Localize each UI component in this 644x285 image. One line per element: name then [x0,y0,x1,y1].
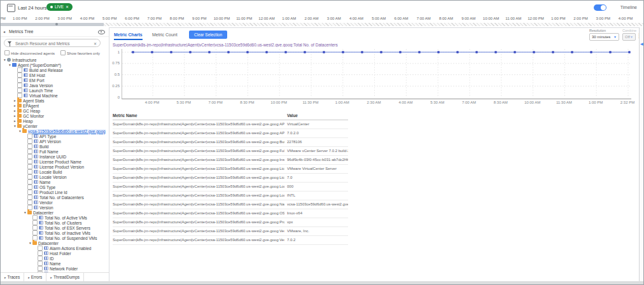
timeline-toggle[interactable] [594,4,606,11]
tree-checkbox[interactable] [38,251,43,256]
tree-item[interactable]: Total No. of Inactive VMs [1,230,109,235]
tree-item[interactable]: ▾Datacenter [1,240,109,246]
tree-expand-icon[interactable]: ▾ [23,210,27,215]
tree-item[interactable]: Build and Release [1,67,109,73]
tree-checkbox[interactable] [38,256,43,261]
collapse-sidebar-icon[interactable]: ◂ [3,29,5,34]
tree-checkbox[interactable] [17,88,22,93]
search-input[interactable] [14,40,92,47]
tree-expand-icon[interactable]: ▸ [13,113,17,118]
tree-item[interactable]: Total No. of Datacenters [1,195,109,200]
tree-expand-icon[interactable]: ▸ [13,118,17,123]
time-ruler-loaded-range[interactable] [1,23,104,26]
tree-item[interactable]: Locale Version [1,174,109,179]
expand-panel-icon[interactable]: ◀ [640,41,643,46]
tab-metric-count[interactable]: Metric Count [152,32,178,39]
tree-checkbox[interactable] [27,134,32,139]
tree-expand-icon[interactable]: ▸ [13,103,17,108]
tab-traces[interactable]: ▸Traces [1,273,24,281]
checkbox-icon[interactable] [60,50,66,55]
tree-item[interactable]: ▾vCenter [1,123,109,129]
time-ruler-handle[interactable] [55,23,58,25]
clear-selection-button[interactable]: Clear Selection [189,31,227,39]
tree-item[interactable]: Host Folder [1,251,109,256]
tree-item[interactable]: Total No. of Clusters [1,220,109,225]
tree-checkbox[interactable] [27,200,32,205]
tree-checkbox[interactable] [38,246,43,251]
tree-item[interactable]: License Product Version [1,164,109,169]
tree-checkbox[interactable] [27,159,32,164]
bottom-scroll-strip[interactable] [1,281,643,284]
tree-item[interactable]: API Version [1,139,109,144]
tree-checkbox[interactable] [17,78,22,83]
tree-item[interactable]: Network Folder [1,266,109,271]
checkbox-icon[interactable] [4,50,10,55]
tree-item[interactable]: EM Host [1,73,109,78]
chart-plot[interactable] [122,49,631,99]
combine-dropdown[interactable]: Off ▼ [622,33,636,41]
clear-search-icon[interactable]: ✕ [94,41,97,46]
tree-item[interactable]: Product Line Id [1,190,109,195]
tree-item[interactable]: ID [1,256,109,261]
resolution-dropdown[interactable]: 30 minutes ▼ [589,33,619,41]
tree-checkbox[interactable] [38,266,43,271]
tree-item[interactable]: ▾vcsa-11503ce59d6d60.us-west2.gve.goog [1,129,109,134]
eye-icon[interactable] [98,30,105,34]
tree-checkbox[interactable] [17,67,22,73]
tree-item[interactable]: OS Type [1,184,109,190]
tree-item[interactable]: Version [1,205,109,210]
tree-item[interactable]: Alarm Actions Enabled [1,246,109,251]
tree-expand-icon[interactable]: ▾ [8,62,12,67]
tree-item[interactable]: Vendor [1,200,109,205]
tree-item[interactable]: License Product Name [1,159,109,164]
tree-item[interactable]: Total No. of Suspended VMs [1,235,109,240]
tree-checkbox[interactable] [32,220,38,225]
live-badge[interactable]: LIVE ✕ [46,3,73,11]
tree-item[interactable]: API Type [1,134,109,139]
tree-item[interactable]: Java Version [1,83,109,88]
tree-checkbox[interactable] [27,144,32,149]
tree-search-box[interactable]: ✕ [4,39,101,47]
tree-checkbox[interactable] [17,83,22,88]
tree-item[interactable]: Total No. of Active VMs [1,215,109,220]
tree-checkbox[interactable] [27,169,32,174]
tree-checkbox[interactable] [38,261,43,266]
tree-item[interactable]: Name [1,179,109,184]
tree-checkbox[interactable] [27,184,32,190]
tree-expand-icon[interactable]: ▾ [3,57,7,62]
tree-checkbox[interactable] [27,190,32,195]
tree-item[interactable]: Build [1,144,109,149]
tree-checkbox[interactable] [27,139,32,144]
tree-checkbox[interactable] [17,73,22,78]
tree-item[interactable]: Full Name [1,149,109,154]
tree-item[interactable]: Locale Build [1,169,109,174]
collapsed-right-panel[interactable]: ◀ [639,27,644,281]
tree-expand-icon[interactable]: ▾ [28,240,32,246]
tab-metric-charts[interactable]: Metric Charts [114,32,143,40]
tree-item[interactable]: ▾Datacenter [1,210,109,215]
filter-hide-disconnected[interactable]: Hide disconnected agents [4,50,55,55]
tree-checkbox[interactable] [27,164,32,169]
tree-item[interactable]: EM Port [1,78,109,83]
tree-item[interactable]: Total No. of ESX Servers [1,225,109,230]
tree-item[interactable]: Name [1,261,109,266]
tree-expand-icon[interactable]: ▾ [18,129,22,134]
tab-errors[interactable]: ▸Errors [24,273,46,281]
tree-checkbox[interactable] [27,174,32,179]
tree-item[interactable]: ▾Agent (*SuperDomain*) [1,62,109,67]
time-range-label[interactable]: Last 24 hours [18,5,46,11]
tree-expand-icon[interactable]: ▾ [13,123,17,129]
tree-checkbox[interactable] [32,225,38,230]
tree-checkbox[interactable] [27,195,32,200]
tree-checkbox[interactable] [27,154,32,159]
tree-item[interactable]: ▾Infrastructure [1,57,109,62]
close-icon[interactable]: ✕ [66,3,69,11]
tree-item[interactable]: Instance UUID [1,154,109,159]
tab-threaddumps[interactable]: ▸ThreadDumps [46,273,84,281]
tree-checkbox[interactable] [27,149,32,154]
time-ruler[interactable]: 12:00 PM1:00 PM2:00 PM3:00 PM4:00 PM5:00… [1,15,643,28]
tree-checkbox[interactable] [32,230,38,235]
tree-checkbox[interactable] [27,179,32,184]
tree-item[interactable]: Launch Time [1,88,109,93]
tree-checkbox[interactable] [32,215,38,220]
